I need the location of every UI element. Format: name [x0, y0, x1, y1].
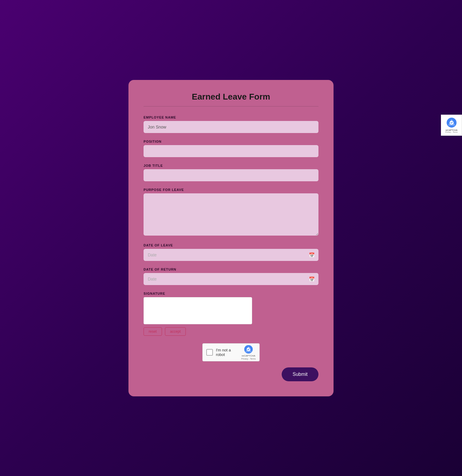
date-of-return-wrapper: 📅	[144, 273, 318, 285]
recaptcha-label: I'm not a robot	[216, 348, 238, 357]
employee-name-input[interactable]	[144, 121, 318, 133]
reset-button[interactable]: reset	[144, 327, 162, 336]
job-title-label: JOB TITLE	[144, 164, 318, 167]
position-group: POSITION	[144, 140, 318, 157]
page-wrapper: reCAPTCHA Privacy - Terms Earned Leave F…	[0, 0, 462, 476]
signature-pad[interactable]	[144, 297, 252, 324]
signature-group: SIGNATURE reset accept	[144, 292, 318, 336]
recaptcha-box[interactable]: I'm not a robot reCAPTCHA Privacy - Term…	[202, 343, 260, 361]
form-title: Earned Leave Form	[144, 92, 318, 106]
recaptcha-checkbox[interactable]	[206, 349, 213, 356]
svg-point-3	[247, 347, 250, 351]
recaptcha-logo-icon	[244, 345, 253, 354]
date-of-leave-group: DATE OF LEAVE 📅	[144, 243, 318, 261]
recaptcha-wrapper: I'm not a robot reCAPTCHA Privacy - Term…	[144, 343, 318, 361]
employee-name-group: EMPLOYEE NAME	[144, 116, 318, 133]
signature-label: SIGNATURE	[144, 292, 318, 295]
accept-button[interactable]: accept	[165, 327, 186, 336]
purpose-for-leave-textarea[interactable]	[144, 193, 318, 236]
recaptcha-logo-area: reCAPTCHA Privacy - Terms	[241, 345, 256, 360]
position-label: POSITION	[144, 140, 318, 143]
job-title-input[interactable]	[144, 169, 318, 181]
date-of-return-input[interactable]	[144, 273, 318, 285]
submit-button[interactable]: Submit	[282, 367, 318, 381]
purpose-for-leave-label: PURPOSE FOR LEAVE	[144, 188, 318, 192]
employee-name-label: EMPLOYEE NAME	[144, 116, 318, 119]
submit-row: Submit	[144, 367, 318, 381]
recaptcha-side-widget: reCAPTCHA Privacy - Terms	[441, 115, 462, 136]
date-of-leave-label: DATE OF LEAVE	[144, 243, 318, 247]
recaptcha-side-logo	[446, 117, 457, 128]
purpose-for-leave-group: PURPOSE FOR LEAVE	[144, 188, 318, 237]
job-title-group: JOB TITLE	[144, 164, 318, 181]
date-of-return-group: DATE OF RETURN 📅	[144, 268, 318, 285]
recaptcha-links: Privacy - Terms	[241, 358, 256, 360]
recaptcha-brand: reCAPTCHA	[242, 354, 255, 357]
signature-buttons: reset accept	[144, 327, 318, 336]
position-input[interactable]	[144, 145, 318, 157]
form-card: Earned Leave Form EMPLOYEE NAME POSITION…	[128, 80, 334, 396]
date-of-leave-wrapper: 📅	[144, 249, 318, 261]
date-of-leave-input[interactable]	[144, 249, 318, 261]
date-of-return-label: DATE OF RETURN	[144, 268, 318, 271]
